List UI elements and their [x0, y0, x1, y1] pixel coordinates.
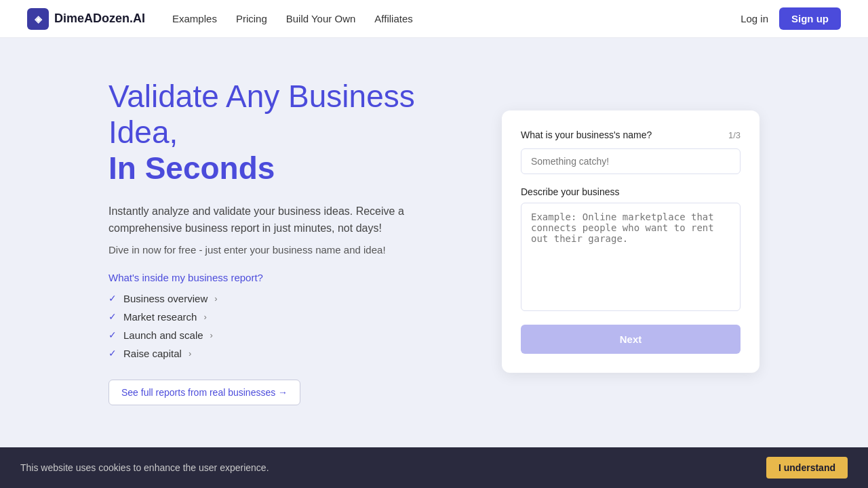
nav-pricing[interactable]: Pricing — [236, 13, 267, 24]
hero-section: Validate Any Business Idea, In Seconds I… — [0, 38, 868, 446]
nav-affiliates[interactable]: Affiliates — [374, 13, 412, 24]
see-reports-button[interactable]: See full reports from real businesses → — [108, 380, 300, 405]
hero-right: What is your business's name? 1/3 Descri… — [502, 110, 760, 373]
nav-links: Examples Pricing Build Your Own Affiliat… — [172, 13, 741, 24]
chevron-right-icon: › — [203, 312, 206, 322]
nav-actions: Log in Sign up — [741, 7, 841, 30]
nav-build-your-own[interactable]: Build Your Own — [286, 13, 356, 24]
business-desc-label: Describe your business — [521, 186, 741, 197]
cookie-message: This website uses cookies to enhance the… — [20, 462, 269, 473]
business-name-input[interactable] — [521, 148, 741, 174]
cookie-accept-button[interactable]: I understand — [766, 457, 848, 479]
signup-button[interactable]: Sign up — [779, 7, 841, 30]
whats-inside-link[interactable]: What's inside my business report? — [108, 272, 461, 283]
form-header: What is your business's name? 1/3 — [521, 129, 741, 140]
checklist-label: Raise capital — [123, 348, 182, 359]
checklist-item-business-overview: ✓ Business overview › — [108, 293, 461, 304]
checklist-item-raise-capital: ✓ Raise capital › — [108, 348, 461, 359]
check-icon: ✓ — [108, 329, 117, 340]
checklist-label: Market research — [123, 311, 197, 323]
checklist-item-market-research: ✓ Market research › — [108, 311, 461, 323]
business-name-label: What is your business's name? — [521, 129, 652, 140]
cookie-banner: This website uses cookies to enhance the… — [0, 447, 868, 488]
hero-left: Validate Any Business Idea, In Seconds I… — [108, 79, 461, 405]
check-icon: ✓ — [108, 311, 117, 322]
nav-examples[interactable]: Examples — [172, 13, 217, 24]
check-icon: ✓ — [108, 293, 117, 304]
business-desc-textarea[interactable] — [521, 203, 741, 311]
logo-icon: ◈ — [27, 8, 49, 30]
checklist: ✓ Business overview › ✓ Market research … — [108, 293, 461, 359]
next-button[interactable]: Next — [521, 325, 741, 354]
brand-name: DimeADozen.AI — [54, 12, 145, 26]
brand-logo[interactable]: ◈ DimeADozen.AI — [27, 8, 145, 30]
checklist-label: Launch and scale — [123, 329, 203, 341]
login-button[interactable]: Log in — [741, 13, 768, 24]
hero-desc1: Instantly analyze and validate your busi… — [108, 203, 461, 237]
check-icon: ✓ — [108, 348, 117, 359]
chevron-right-icon: › — [189, 348, 191, 359]
checklist-label: Business overview — [123, 293, 208, 304]
hero-title-bold: In Seconds — [108, 150, 275, 186]
checklist-item-launch-scale: ✓ Launch and scale › — [108, 329, 461, 341]
form-step: 1/3 — [728, 130, 741, 140]
business-form-card: What is your business's name? 1/3 Descri… — [502, 110, 760, 373]
hero-title: Validate Any Business Idea, In Seconds — [108, 79, 461, 186]
chevron-right-icon: › — [214, 293, 217, 304]
hero-title-normal: Validate Any Business Idea, — [108, 79, 415, 150]
navbar: ◈ DimeADozen.AI Examples Pricing Build Y… — [0, 0, 868, 38]
hero-desc2: Dive in now for free - just enter your b… — [108, 244, 461, 256]
chevron-right-icon: › — [210, 330, 213, 340]
